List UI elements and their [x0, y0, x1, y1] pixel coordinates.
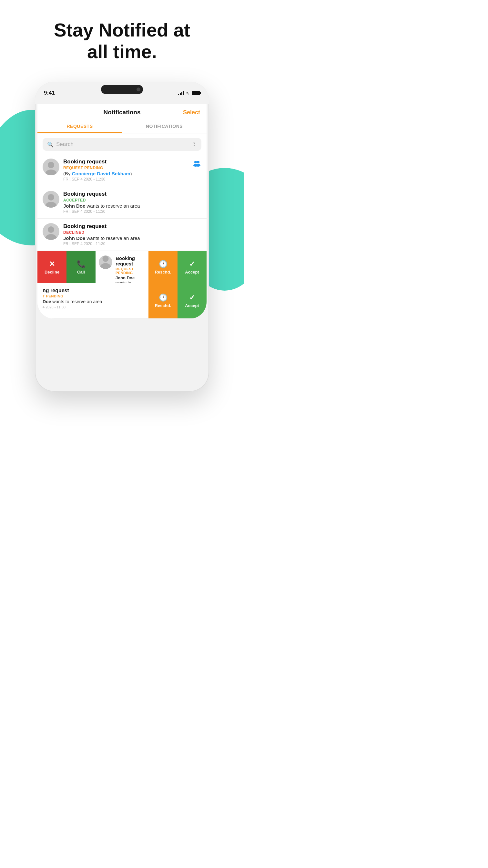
- search-input[interactable]: Search: [56, 141, 189, 148]
- svg-point-9: [45, 234, 57, 240]
- app-header-title: Notifications: [103, 109, 140, 116]
- svg-point-11: [100, 263, 111, 269]
- avatar: [42, 191, 59, 208]
- notification-status: ACCEPTED: [63, 198, 201, 203]
- list-item[interactable]: Booking request DECLINED John Doe wants …: [37, 219, 206, 251]
- list-item-swipeable[interactable]: ✕ Decline 📞 Call: [37, 251, 206, 283]
- notification-body: John Doe wants to reserve a: [116, 275, 145, 283]
- accept-button[interactable]: ✓ Accept: [177, 251, 206, 283]
- notification-body: (By Concierge David Bekham): [63, 171, 189, 176]
- battery-icon: [192, 91, 200, 95]
- phone-frame: 9:41 ∿ Notifications Select R: [35, 82, 209, 392]
- status-icons: ∿: [178, 90, 200, 96]
- svg-point-7: [45, 202, 57, 208]
- microphone-icon[interactable]: 🎙: [192, 142, 197, 147]
- notification-content-partial: ng request T PENDING Doe wants to reserv…: [37, 283, 149, 318]
- tab-notifications[interactable]: NOTIFICATIONS: [122, 120, 206, 133]
- hero-section: Stay Notified at all time.: [0, 0, 244, 75]
- notification-content: Booking request REQUEST PENDING (By Conc…: [63, 159, 189, 182]
- notification-title: Booking request: [63, 223, 201, 229]
- check-icon-2: ✓: [189, 293, 195, 302]
- select-button[interactable]: Select: [183, 109, 200, 116]
- phone-icon: 📞: [77, 260, 86, 268]
- search-bar[interactable]: 🔍 Search 🎙: [42, 138, 201, 151]
- check-icon: ✓: [189, 260, 195, 268]
- search-icon: 🔍: [47, 142, 54, 148]
- swipe-actions-left: ✕ Decline 📞 Call: [37, 251, 96, 283]
- camera-dot: [136, 88, 140, 91]
- svg-point-8: [48, 226, 54, 233]
- notification-title: Booking request: [63, 191, 201, 197]
- notification-body: John Doe wants to reserve an area: [63, 236, 201, 241]
- swipe-actions-right: 🕐 Reschd. ✓ Accept: [149, 251, 206, 283]
- list-item[interactable]: Booking request ACCEPTED John Doe wants …: [37, 186, 206, 219]
- notification-title: Booking request: [63, 159, 189, 165]
- decline-button[interactable]: ✕ Decline: [37, 251, 66, 283]
- notification-status: DECLINED: [63, 230, 201, 235]
- svg-point-0: [48, 162, 54, 168]
- notification-content-inner: Booking request REQUEST PENDING John Doe…: [96, 251, 149, 283]
- svg-point-3: [197, 161, 199, 163]
- list-item[interactable]: Booking request REQUEST PENDING (By Conc…: [37, 154, 206, 186]
- notification-info: Booking request REQUEST PENDING John Doe…: [116, 255, 145, 283]
- notification-status: T PENDING: [42, 294, 143, 298]
- list-item-partial[interactable]: ng request T PENDING Doe wants to reserv…: [37, 283, 206, 319]
- avatar: [42, 159, 59, 175]
- phone-wrapper: 9:41 ∿ Notifications Select R: [0, 82, 244, 392]
- group-icon: [192, 160, 201, 169]
- reschedule-button-2[interactable]: 🕐 Reschd.: [149, 283, 177, 318]
- tab-bar: REQUESTS NOTIFICATIONS: [37, 120, 206, 133]
- svg-point-1: [45, 169, 57, 175]
- notification-list: Booking request REQUEST PENDING (By Conc…: [37, 154, 206, 319]
- notification-status: REQUEST PENDING: [116, 267, 145, 275]
- phone-notch: [101, 85, 143, 94]
- avatar: [42, 223, 59, 240]
- avatar: [99, 255, 112, 269]
- accept-button-2[interactable]: ✓ Accept: [177, 283, 206, 318]
- svg-point-6: [48, 194, 54, 200]
- call-button[interactable]: 📞 Call: [66, 251, 96, 283]
- svg-point-10: [102, 256, 108, 262]
- swipe-actions-right-partial: 🕐 Reschd. ✓ Accept: [149, 283, 206, 318]
- clock-icon-2: 🕐: [159, 293, 167, 302]
- notification-time: FRI, SEP 4 2020 - 11:30: [63, 242, 201, 246]
- status-time: 9:41: [44, 90, 55, 96]
- notification-status: REQUEST PENDING: [63, 166, 189, 170]
- svg-point-5: [196, 164, 200, 166]
- notification-content: Booking request DECLINED John Doe wants …: [63, 223, 201, 246]
- notification-content: Booking request ACCEPTED John Doe wants …: [63, 191, 201, 214]
- notification-title: Booking request: [116, 255, 145, 267]
- notification-time: 4 2020 - 11:30: [42, 305, 143, 309]
- notification-body: John Doe wants to reserve an area: [63, 203, 201, 209]
- reschedule-button[interactable]: 🕐 Reschd.: [149, 251, 177, 283]
- notification-time: FRI, SEP 4 2020 - 11:30: [63, 177, 189, 182]
- app-header: Notifications Select: [37, 104, 206, 116]
- svg-point-2: [194, 161, 197, 163]
- clock-icon: 🕐: [159, 260, 167, 268]
- status-bar: 9:41 ∿: [35, 82, 209, 104]
- hero-title: Stay Notified at all time.: [20, 20, 225, 62]
- wifi-icon: ∿: [186, 90, 190, 96]
- x-icon: ✕: [49, 260, 55, 268]
- notification-body: Doe wants to reserve an area: [42, 299, 143, 304]
- notification-title: ng request: [42, 288, 143, 293]
- phone-screen: Notifications Select REQUESTS NOTIFICATI…: [37, 104, 206, 319]
- signal-icon: [178, 91, 184, 95]
- tab-requests[interactable]: REQUESTS: [37, 120, 122, 133]
- notification-time: FRI, SEP 4 2020 - 11:30: [63, 209, 201, 214]
